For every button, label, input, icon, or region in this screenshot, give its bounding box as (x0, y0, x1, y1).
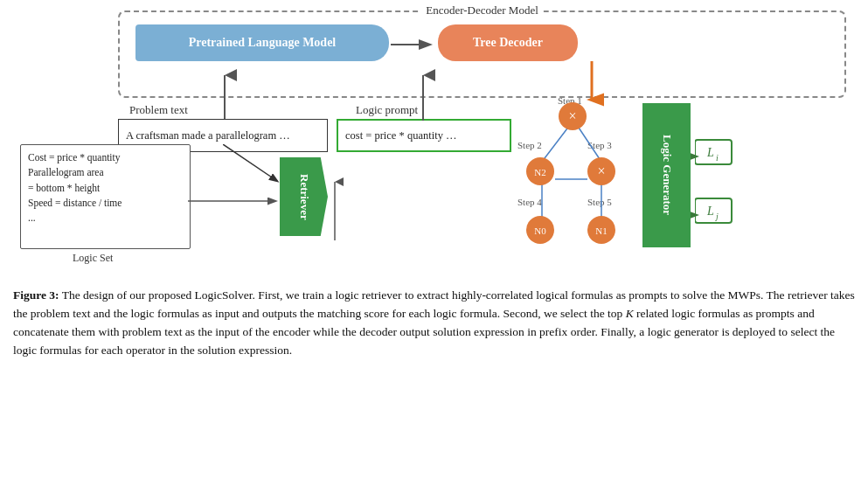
logic-entry-1: Cost = price * quantity (28, 150, 183, 165)
logic-prompt-box: cost = price * quantity … (337, 119, 511, 152)
svg-text:Step 3: Step 3 (587, 140, 612, 150)
svg-text:N1: N1 (595, 226, 607, 236)
svg-text:i: i (716, 153, 719, 163)
problem-to-retriever-arrow (223, 144, 284, 188)
retriever-to-logicprompt-arrow (326, 175, 344, 245)
gen-to-lj-arrow (691, 205, 701, 225)
tree-decoder-box: Tree Decoder (438, 24, 578, 61)
figure-caption: Figure 3: The design of our proposed Log… (13, 287, 855, 360)
li-box: L i (695, 138, 739, 173)
problem-to-plm-arrow (212, 68, 237, 121)
svg-text:L: L (706, 205, 714, 218)
svg-line-12 (542, 125, 570, 162)
logic-set-box: Cost = price * quantity Parallelogram ar… (20, 144, 191, 249)
svg-text:j: j (714, 212, 719, 221)
svg-text:×: × (597, 163, 605, 178)
logic-set-label: Logic Set (73, 252, 113, 265)
svg-text:×: × (568, 108, 576, 123)
svg-text:Step 2: Step 2 (517, 140, 542, 150)
logic-entry-5: ... (28, 211, 183, 226)
logic-entry-3: = bottom * height (28, 181, 183, 196)
svg-text:N0: N0 (534, 226, 546, 236)
logic-generator-label: Logic Generator (660, 135, 674, 215)
plm-label: Pretrained Language Model (189, 36, 337, 50)
encoder-decoder-label: Encoder-Decoder Model (420, 3, 544, 17)
svg-text:Step 5: Step 5 (587, 197, 612, 207)
tree-svg: Step 1 Step 2 Step 3 Step 4 Step 5 × N2 … (516, 92, 642, 253)
gen-to-li-arrow (691, 147, 701, 166)
caption-label: Figure 3: (13, 288, 59, 302)
lj-box: L j (695, 197, 739, 232)
svg-text:N2: N2 (534, 167, 545, 177)
logic-prompt-label: Logic prompt (356, 103, 418, 117)
diagram: Encoder-Decoder Model Pretrained Languag… (13, 9, 855, 280)
retriever-label: Retriever (297, 174, 311, 220)
problem-text-label: Problem text (129, 103, 188, 117)
logicset-to-retriever-arrow (188, 192, 282, 210)
retriever-box: Retriever (280, 157, 328, 236)
problem-text-value: A craftsman made a parallelogram … (126, 129, 290, 142)
logic-prompt-value: cost = price * quantity … (345, 129, 457, 142)
logic-entry-4: Speed = distance / time (28, 196, 183, 211)
logic-entry-2: Parallelogram area (28, 165, 183, 180)
tree-decoder-label: Tree Decoder (473, 36, 543, 50)
tree-to-gen-arrows (641, 114, 649, 253)
plm-box: Pretrained Language Model (135, 24, 389, 61)
plm-to-decoder-arrow (391, 32, 440, 57)
logic-generator-box: Logic Generator (642, 103, 691, 247)
svg-text:L: L (706, 146, 714, 159)
logic-to-plm-arrow (411, 68, 435, 122)
svg-line-5 (223, 144, 277, 181)
caption-k: K (626, 307, 634, 320)
svg-text:Step 4: Step 4 (517, 197, 542, 207)
